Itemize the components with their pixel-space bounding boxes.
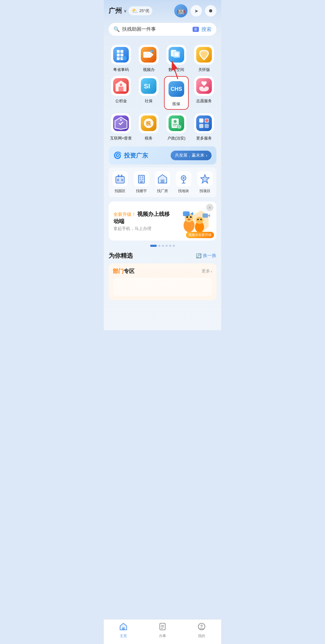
invest-label-louyu: 找楼宇 — [136, 189, 147, 194]
service-label-sb: 社保 — [145, 98, 153, 104]
service-item-yb[interactable]: CHS 医保 — [164, 76, 189, 110]
service-icon-yb: CHS — [166, 79, 186, 99]
service-icon-hulian — [111, 113, 131, 133]
gjj-icon-svg — [113, 78, 129, 94]
service-label-ziyuan: 志愿服务 — [196, 98, 212, 104]
svg-rect-44 — [199, 118, 203, 123]
department-section: 部门专区 更多 › — [109, 263, 216, 300]
service-label-yb: 医保 — [172, 101, 180, 107]
promo-upgrade-label: 全新升级！ — [113, 212, 136, 217]
dept-title-dark: 专区 — [124, 268, 135, 274]
dept-more-button[interactable]: 更多 › — [202, 268, 212, 274]
service-grid-row1: 粤省事码 ✓ 视频办 — [109, 40, 216, 75]
record-button[interactable]: ⏺ — [205, 5, 216, 17]
service-icon-huzheng — [166, 113, 186, 133]
invest-item-yuanqu[interactable]: 找园区 — [110, 171, 130, 194]
invest-arrow-icon: › — [206, 153, 207, 158]
svg-text:税: 税 — [146, 121, 151, 126]
service-label-huzheng: 户政(治安) — [167, 136, 186, 141]
svg-point-75 — [186, 216, 188, 218]
header: 广州 ∨ ⛅ 25°优 🤖 ➤ ⏺ — [104, 0, 221, 20]
promo-image — [172, 207, 212, 235]
svg-rect-58 — [142, 176, 143, 178]
dot-3[interactable] — [162, 245, 164, 247]
main-content: 粤省事码 ✓ 视频办 — [104, 40, 221, 330]
svg-rect-16 — [175, 52, 179, 57]
dot-2[interactable] — [158, 245, 160, 247]
service-icon-more — [194, 113, 214, 133]
invest-item-xiangmu[interactable]: 找项目 — [195, 171, 215, 194]
service-label-video: 视频办 — [143, 67, 155, 72]
dot-6[interactable] — [173, 245, 175, 247]
bot-avatar[interactable]: 🤖 — [174, 4, 187, 17]
svg-rect-39 — [173, 125, 176, 126]
bot-icon: 🤖 — [177, 7, 185, 15]
city-name[interactable]: 广州 — [109, 6, 122, 15]
invest-item-louyu[interactable]: 找楼宇 — [132, 171, 151, 194]
dept-header: 部门专区 更多 › — [113, 268, 212, 275]
service-grid-row2: 公积金 SI 社保 — [109, 75, 216, 112]
service-item-hulian[interactable]: 互联网+督查 — [109, 113, 133, 141]
for-you-refresh-button[interactable]: 🔄 换一换 — [196, 253, 216, 259]
svg-rect-64 — [161, 179, 164, 183]
promo-close-button[interactable]: × — [206, 204, 213, 211]
service-item-ziyuan[interactable]: 志愿服务 — [192, 76, 216, 110]
service-item-digital[interactable]: 数字空间 — [164, 45, 189, 72]
service-grid-row3: 互联网+督查 税 税务 — [109, 112, 216, 143]
svg-point-80 — [197, 219, 199, 220]
svg-rect-20 — [119, 87, 123, 91]
service-item-video[interactable]: ✓ 视频办 — [136, 45, 161, 72]
invest-icon-louyu — [134, 171, 149, 187]
dot-4[interactable] — [166, 245, 168, 247]
investment-banner[interactable]: 🌀 投资广东 共发展，赢未来 › — [109, 146, 216, 164]
search-button[interactable]: 搜索 — [201, 26, 212, 33]
yb-icon-svg: CHS — [169, 81, 184, 97]
service-item-more[interactable]: 更多服务 — [192, 113, 216, 141]
promo-banner[interactable]: 全新升级！ 视频办上线移动端 拿起手机，马上办理 — [109, 201, 216, 241]
invest-icon-dikuai — [176, 171, 191, 187]
home-nav-icon — [119, 623, 127, 632]
for-you-title: 为你精选 — [109, 252, 133, 260]
dept-content-placeholder — [113, 278, 212, 296]
service-item-huzheng[interactable]: 户政(治安) — [164, 113, 189, 141]
dot-5[interactable] — [169, 245, 171, 247]
dept-more-label: 更多 — [202, 268, 210, 274]
invest-label-xiangmu: 找项目 — [200, 189, 210, 194]
dept-more-arrow: › — [211, 269, 212, 274]
ziyuan-icon-svg — [196, 78, 212, 94]
dot-1[interactable] — [150, 245, 157, 247]
svg-point-79 — [196, 217, 203, 224]
svg-text:CHS: CHS — [171, 86, 182, 92]
service-item-sb[interactable]: SI 社保 — [136, 76, 161, 110]
service-icon-gjj — [111, 76, 131, 96]
invest-icon-yuanqu — [112, 171, 128, 187]
weather-icon: ⛅ — [132, 8, 138, 14]
service-item-care[interactable]: 关怀版 — [192, 45, 216, 72]
service-icon-care — [194, 45, 214, 65]
search-placeholder-text: 扶残助困一件事 — [122, 26, 189, 32]
location-button[interactable]: ➤ — [190, 5, 202, 17]
refresh-label: 换一换 — [203, 253, 216, 259]
investment-action[interactable]: 共发展，赢未来 › — [171, 151, 212, 160]
invest-icon-changfang — [155, 171, 170, 187]
svg-rect-84 — [203, 213, 208, 218]
nav-item-profile[interactable]: 我的 — [191, 623, 212, 639]
nav-item-tasks[interactable]: 办事 — [152, 623, 173, 639]
service-item-gjj[interactable]: 公积金 — [109, 76, 133, 110]
search-icon: 🔍 — [113, 26, 120, 32]
svg-rect-60 — [142, 179, 143, 180]
service-icon-video: ✓ — [139, 45, 159, 65]
service-item-shuiwu[interactable]: 税 税务 — [136, 113, 161, 141]
nav-item-home[interactable]: 主页 — [113, 623, 134, 639]
service-label-care: 关怀版 — [198, 67, 210, 72]
invest-item-dikuai[interactable]: 找地块 — [174, 171, 193, 194]
service-item-yue[interactable]: 粤省事码 — [109, 45, 133, 72]
promo-tag: 视频办全新升级 — [186, 232, 214, 238]
svg-point-42 — [179, 126, 180, 127]
invest-item-changfang[interactable]: 找厂房 — [153, 171, 172, 194]
weather-badge[interactable]: ⛅ 25°优 — [128, 6, 152, 15]
invest-slogan: 共发展，赢未来 — [175, 153, 204, 158]
chevron-down-icon[interactable]: ∨ — [124, 8, 127, 13]
svg-point-67 — [183, 177, 184, 179]
search-bar[interactable]: 🔍 扶残助困一件事 新 搜索 — [109, 23, 216, 36]
